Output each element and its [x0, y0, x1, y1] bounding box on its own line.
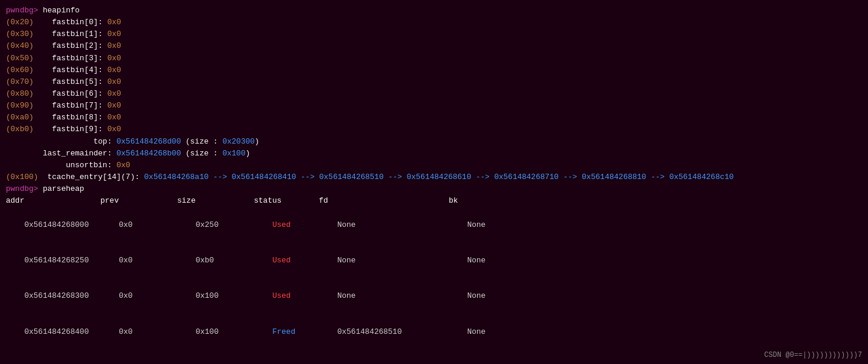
offset-0x30: (0x30): [6, 30, 34, 38]
row-size: 0x100: [195, 290, 272, 302]
unsortbin-line: unsortbin: 0x0: [6, 160, 862, 171]
row-prev: 0x0: [119, 219, 195, 231]
row-prev: 0x0: [119, 290, 195, 302]
offset-0xb0: (0xb0): [6, 125, 34, 134]
row-fd: None: [337, 290, 467, 302]
table-row: 0x5614842685000x00x100Freed0x56148426861…: [6, 350, 862, 364]
prompt2: pwndbg>: [6, 184, 43, 193]
row-prev: 0x0: [119, 326, 195, 338]
fastbin-8: (0xa0) fastbin[8]: 0x0: [6, 112, 862, 124]
fastbin-3: (0x50) fastbin[3]: 0x0: [6, 53, 862, 64]
offset-0x20: (0x20): [6, 18, 34, 27]
row-size: 0x100: [195, 362, 272, 364]
top-line: top: 0x561484268d00 (size : 0x20300): [6, 136, 862, 148]
fastbin-5: (0x70) fastbin[5]: 0x0: [6, 76, 862, 88]
fastbin-9: (0xb0) fastbin[9]: 0x0: [6, 124, 862, 135]
row-fd: 0x561484268510: [337, 326, 467, 338]
prompt: pwndbg>: [6, 6, 43, 15]
table-row: 0x5614842682500x00xb0UsedNoneNone: [6, 243, 862, 278]
offset-0x70: (0x70): [6, 77, 34, 86]
table-header: addrprevsizestatusfdbk: [6, 195, 862, 207]
row-addr: 0x561484268500: [24, 362, 119, 364]
tcache-offset: (0x100): [6, 173, 38, 181]
row-bk: None: [467, 256, 485, 265]
fastbin-1: (0x30) fastbin[1]: 0x0: [6, 28, 862, 40]
last-remainder-line: last_remainder: 0x561484268b00 (size : 0…: [6, 148, 862, 160]
row-bk: None: [467, 220, 485, 229]
offset-0x60: (0x60): [6, 66, 34, 74]
row-size: 0x250: [195, 219, 272, 231]
row-addr: 0x561484268300: [24, 290, 119, 302]
status-header: status: [254, 195, 319, 207]
fastbin-7: (0x90) fastbin[7]: 0x0: [6, 100, 862, 112]
offset-0x80: (0x80): [6, 89, 34, 98]
fastbin-6: (0x80) fastbin[6]: 0x0: [6, 88, 862, 100]
watermark: CSDN @0==|))))))))))))7: [764, 351, 862, 359]
heapinfo-cmd: pwndbg> heapinfo: [6, 5, 862, 17]
parseheap-command: parseheap: [43, 184, 84, 193]
size-header: size: [177, 195, 254, 207]
table-row: 0x5614842683000x00x100UsedNoneNone: [6, 278, 862, 314]
row-status: Used: [272, 219, 337, 231]
row-status: Used: [272, 290, 337, 302]
terminal: pwndbg> heapinfo (0x20) fastbin[0]: 0x0 …: [0, 0, 868, 364]
table-row: 0x5614842684000x00x100Freed0x56148426851…: [6, 314, 862, 350]
bk-header: bk: [449, 196, 458, 205]
row-status: Freed: [272, 326, 337, 338]
tcache-line: (0x100) tcache_entry[14](7): 0x561484268…: [6, 171, 862, 183]
row-fd: 0x561484268610: [337, 362, 467, 364]
parseheap-cmd: pwndbg> parseheap: [6, 183, 862, 195]
prev-header: prev: [100, 195, 177, 207]
row-bk: None: [467, 291, 485, 300]
row-size: 0x100: [195, 326, 272, 338]
row-addr: 0x561484268400: [24, 326, 119, 338]
row-status: Freed: [272, 362, 337, 364]
fastbin-0: (0x20) fastbin[0]: 0x0: [6, 17, 862, 28]
row-size: 0xb0: [195, 255, 272, 266]
fastbin-4: (0x60) fastbin[4]: 0x0: [6, 64, 862, 76]
row-status: Used: [272, 255, 337, 266]
addr-header: addr: [6, 195, 100, 207]
tcache-chain: 0x561484268a10 --> 0x561484268410 --> 0x…: [144, 173, 734, 181]
row-fd: None: [337, 255, 467, 266]
offset-0x90: (0x90): [6, 101, 34, 110]
row-addr: 0x561484268250: [24, 255, 119, 266]
table-row: 0x5614842680000x00x250UsedNoneNone: [6, 207, 862, 242]
row-fd: None: [337, 219, 467, 231]
row-prev: 0x0: [119, 255, 195, 266]
offset-0xa0: (0xa0): [6, 113, 34, 122]
row-prev: 0x0: [119, 362, 195, 364]
row-addr: 0x561484268000: [24, 219, 119, 231]
offset-0x50: (0x50): [6, 54, 34, 63]
offset-0x40: (0x40): [6, 41, 34, 50]
row-bk: None: [467, 327, 485, 336]
heapinfo-command: heapinfo: [43, 6, 79, 15]
fastbin-2: (0x40) fastbin[2]: 0x0: [6, 40, 862, 52]
fd-header: fd: [319, 195, 449, 207]
